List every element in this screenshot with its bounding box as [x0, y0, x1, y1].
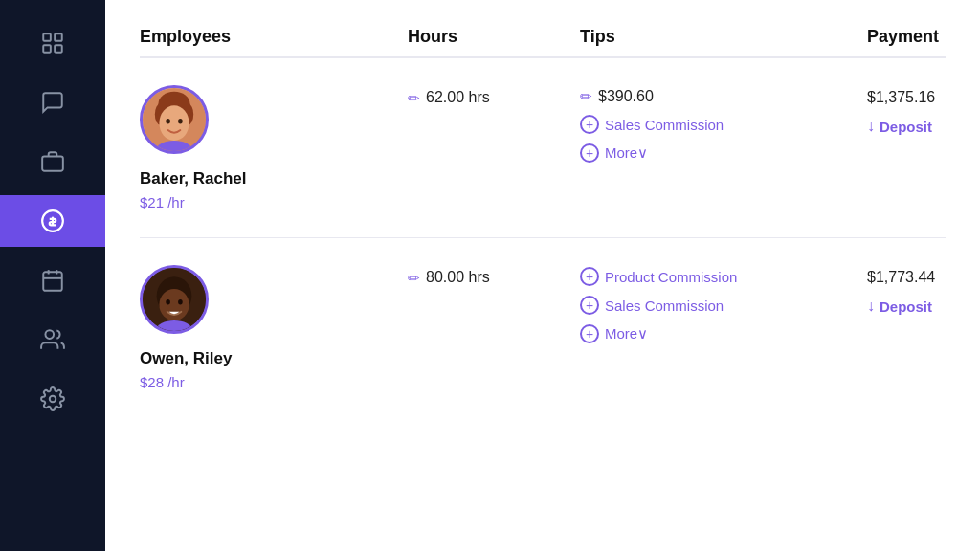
- circle-plus-icon-3: +: [580, 267, 599, 286]
- circle-plus-icon-4: +: [580, 296, 599, 315]
- avatar: [140, 265, 209, 334]
- sidebar-item-briefcase[interactable]: [0, 136, 105, 187]
- sidebar-item-settings[interactable]: [0, 373, 105, 425]
- col-tips: Tips: [580, 27, 867, 47]
- svg-point-12: [45, 330, 54, 339]
- deposit-button-owen[interactable]: ↓ Deposit: [867, 298, 946, 315]
- tips-cell-baker: ✏ $390.60 + Sales Commission + More∨: [580, 85, 867, 163]
- edit-tips-icon[interactable]: ✏: [580, 88, 592, 105]
- svg-rect-1: [55, 33, 62, 41]
- sidebar-item-calendar[interactable]: [0, 254, 105, 306]
- svg-point-25: [159, 289, 189, 320]
- employee-rate: $21 /hr: [140, 194, 408, 210]
- col-employees: Employees: [140, 27, 408, 47]
- edit-hours-icon[interactable]: ✏: [408, 90, 420, 107]
- payment-amount: $1,773.44: [867, 269, 946, 286]
- tips-value: $390.60: [598, 88, 654, 105]
- svg-rect-3: [55, 45, 62, 53]
- sales-commission-label-2: Sales Commission: [605, 298, 724, 314]
- sidebar-item-dollar[interactable]: [0, 195, 105, 247]
- deposit-label: Deposit: [880, 119, 932, 135]
- product-commission-label: Product Commission: [605, 269, 737, 285]
- sidebar-item-team[interactable]: [0, 314, 105, 365]
- hours-value: 62.00 hrs: [426, 89, 490, 106]
- deposit-label: Deposit: [880, 298, 932, 315]
- employee-rate: $28 /hr: [140, 374, 408, 390]
- svg-rect-0: [43, 33, 51, 41]
- edit-hours-icon[interactable]: ✏: [408, 270, 420, 287]
- table-row: Owen, Riley $28 /hr ✏ 80.00 hrs + Produc…: [140, 238, 946, 417]
- svg-point-26: [166, 299, 170, 305]
- hours-cell-baker: ✏ 62.00 hrs: [408, 85, 580, 107]
- add-sales-commission-button-2[interactable]: + Sales Commission: [580, 296, 867, 315]
- payment-cell-owen: $1,773.44 ↓ Deposit: [867, 265, 946, 315]
- sales-commission-label: Sales Commission: [605, 117, 724, 133]
- payment-cell-baker: $1,375.16 ↓ Deposit: [867, 85, 946, 135]
- col-payment: Payment: [867, 27, 946, 47]
- hours-value: 80.00 hrs: [426, 269, 490, 286]
- tips-cell-owen: + Product Commission + Sales Commission …: [580, 265, 867, 343]
- main-content: Employees Hours Tips Payment: [105, 0, 980, 551]
- avatar: [140, 85, 209, 154]
- more-label-2: More∨: [605, 325, 648, 342]
- sidebar: [0, 0, 105, 551]
- payment-amount: $1,375.16: [867, 89, 946, 106]
- deposit-arrow-icon: ↓: [867, 298, 875, 315]
- employee-name: Owen, Riley: [140, 349, 408, 368]
- employee-name: Baker, Rachel: [140, 169, 408, 188]
- circle-plus-icon-5: +: [580, 324, 599, 343]
- table-row: Baker, Rachel $21 /hr ✏ 62.00 hrs ✏ $390…: [140, 58, 946, 238]
- svg-rect-2: [43, 45, 51, 53]
- more-tips-button-2[interactable]: + More∨: [580, 324, 867, 343]
- svg-point-27: [178, 299, 183, 305]
- svg-point-20: [166, 119, 170, 124]
- table-header: Employees Hours Tips Payment: [140, 27, 946, 58]
- svg-point-19: [159, 105, 189, 141]
- add-product-commission-button[interactable]: + Product Commission: [580, 267, 867, 286]
- sidebar-item-chat[interactable]: [0, 77, 105, 128]
- more-tips-button[interactable]: + More∨: [580, 143, 867, 163]
- more-label: More∨: [605, 144, 648, 162]
- circle-plus-icon: +: [580, 115, 599, 134]
- hours-cell-owen: ✏ 80.00 hrs: [408, 265, 580, 287]
- col-hours: Hours: [408, 27, 580, 47]
- svg-point-13: [50, 396, 56, 403]
- sidebar-item-grid[interactable]: [0, 17, 105, 69]
- employee-info-baker: Baker, Rachel $21 /hr: [140, 85, 408, 210]
- tips-amount: ✏ $390.60: [580, 87, 867, 105]
- deposit-button-baker[interactable]: ↓ Deposit: [867, 118, 946, 135]
- employee-info-owen: Owen, Riley $28 /hr: [140, 265, 408, 390]
- add-sales-commission-button[interactable]: + Sales Commission: [580, 115, 867, 134]
- svg-rect-4: [42, 157, 63, 171]
- svg-rect-8: [43, 272, 62, 291]
- circle-plus-icon-2: +: [580, 143, 599, 163]
- svg-point-21: [178, 119, 183, 124]
- deposit-arrow-icon: ↓: [867, 118, 875, 135]
